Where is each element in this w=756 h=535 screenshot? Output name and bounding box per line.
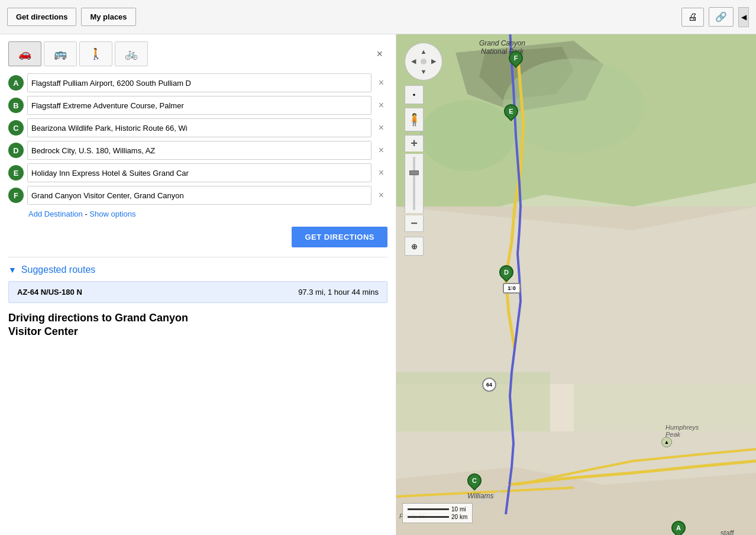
humphreys-peak-label: Humphreys Peak: [665, 424, 699, 438]
transport-bike-button[interactable]: 🚲: [115, 41, 148, 66]
zoom-slider-thumb[interactable]: [409, 170, 419, 175]
get-directions-button[interactable]: Get directions: [7, 8, 76, 26]
map-type-button[interactable]: ⊕: [405, 237, 424, 256]
nav-down-left-empty: [409, 66, 419, 76]
waypoint-marker-a: A: [8, 75, 24, 91]
print-button[interactable]: 🖨: [681, 8, 704, 27]
top-bar: Get directions My places 🖨 🔗 ◀: [0, 0, 756, 34]
nav-down-right-empty: [428, 66, 438, 76]
show-options-link[interactable]: Show options: [89, 210, 135, 218]
waypoint-marker-f: F: [8, 188, 24, 203]
suggested-routes-title: Suggested routes: [21, 265, 95, 275]
nav-up-left-empty: [409, 47, 419, 57]
waypoint-input-d[interactable]: [27, 141, 371, 160]
transport-walk-button[interactable]: 🚶: [79, 41, 112, 66]
waypoint-input-a[interactable]: [27, 73, 371, 92]
marker-c: C: [467, 473, 482, 488]
transport-transit-button[interactable]: 🚌: [44, 41, 77, 66]
waypoint-row-a: A ×: [8, 73, 387, 92]
suggested-routes-header[interactable]: ▼ Suggested routes: [8, 265, 387, 275]
williams-label: Williams: [467, 492, 494, 500]
route-row-0[interactable]: AZ-64 N/US-180 N 97.3 mi, 1 hour 44 mins: [8, 281, 387, 303]
humphreys-peak-icon: ▲: [661, 437, 672, 447]
road-badge-64: 64: [482, 378, 496, 392]
route-name-0: AZ-64 N/US-180 N: [17, 288, 82, 296]
nav-center: [421, 59, 427, 65]
waypoint-row-c: C ×: [8, 118, 387, 137]
svg-marker-8: [396, 207, 756, 384]
scale-10mi-label: 10 mi: [451, 506, 466, 513]
collapse-panel-button[interactable]: ◀: [738, 7, 749, 27]
get-directions-row: GET DIRECTIONS: [8, 227, 387, 247]
map-recenter-button[interactable]: •: [405, 85, 424, 104]
waypoint-remove-b[interactable]: ×: [375, 99, 387, 112]
marker-a: A: [671, 521, 686, 535]
street-view-button[interactable]: 🧍: [405, 108, 424, 131]
waypoint-row-b: B ×: [8, 96, 387, 115]
transport-drive-button[interactable]: 🚗: [8, 41, 41, 66]
nav-right-button[interactable]: ▶: [428, 57, 438, 67]
my-places-button[interactable]: My places: [81, 8, 135, 26]
scale-20km-label: 20 km: [451, 514, 467, 520]
suggested-routes-arrow: ▼: [8, 265, 17, 275]
map-area: Grand Canyon National Park Williams Hump…: [396, 34, 756, 535]
nav-up-right-empty: [428, 47, 438, 57]
nav-up-button[interactable]: ▲: [419, 47, 429, 57]
add-links-row: Add Destination - Show options: [28, 210, 387, 218]
flagstaff-partial-label: staff: [721, 529, 734, 535]
nav-wheel: ▲ ◀ ▶ ▼: [405, 43, 442, 80]
svg-point-6: [503, 59, 645, 153]
waypoint-marker-b: B: [8, 98, 24, 113]
waypoint-marker-d: D: [8, 143, 24, 158]
waypoint-row-d: D ×: [8, 141, 387, 160]
waypoint-row-f: F ×: [8, 186, 387, 205]
transport-mode-row: 🚗 🚌 🚶 🚲 ×: [8, 41, 387, 66]
main-content: 🚗 🚌 🚶 🚲 × A × B × C × D: [0, 34, 756, 535]
marker-e: E: [504, 104, 518, 118]
map-controls: ▲ ◀ ▶ ▼ • 🧍 +: [405, 43, 442, 256]
waypoint-remove-c[interactable]: ×: [375, 121, 387, 134]
waypoint-remove-a[interactable]: ×: [375, 76, 387, 89]
driving-directions-title: Driving directions to Grand CanyonVisito…: [8, 311, 387, 339]
add-destination-link[interactable]: Add Destination: [28, 210, 83, 218]
left-panel: 🚗 🚌 🚶 🚲 × A × B × C × D: [0, 34, 396, 535]
panel-divider: [8, 257, 387, 257]
waypoint-input-f[interactable]: [27, 186, 371, 205]
map-background: [396, 34, 756, 535]
marker-d: D: [499, 265, 513, 279]
nav-down-button[interactable]: ▼: [419, 66, 429, 76]
get-directions-submit-button[interactable]: GET DIRECTIONS: [292, 227, 387, 247]
waypoint-remove-f[interactable]: ×: [375, 189, 387, 202]
waypoint-marker-c: C: [8, 120, 24, 136]
link-button[interactable]: 🔗: [709, 7, 734, 27]
waypoint-row-e: E ×: [8, 163, 387, 182]
road-badge-180-10: 1⃝0: [503, 283, 521, 294]
zoom-slider-track: [405, 154, 424, 213]
waypoint-remove-d[interactable]: ×: [375, 144, 387, 157]
waypoints-list: A × B × C × D × E ×: [8, 73, 387, 205]
waypoint-marker-e: E: [8, 165, 24, 181]
waypoint-input-b[interactable]: [27, 96, 371, 115]
scale-bar: 10 mi 20 km: [402, 503, 473, 523]
waypoint-input-c[interactable]: [27, 118, 371, 137]
marker-f: F: [509, 51, 523, 65]
route-info-0: 97.3 mi, 1 hour 44 mins: [298, 288, 379, 296]
zoom-out-button[interactable]: −: [405, 215, 424, 232]
zoom-in-button[interactable]: +: [405, 135, 424, 152]
nav-left-button[interactable]: ◀: [409, 57, 419, 67]
close-directions-button[interactable]: ×: [371, 46, 387, 63]
waypoint-remove-e[interactable]: ×: [375, 166, 387, 179]
waypoint-input-e[interactable]: [27, 163, 371, 182]
